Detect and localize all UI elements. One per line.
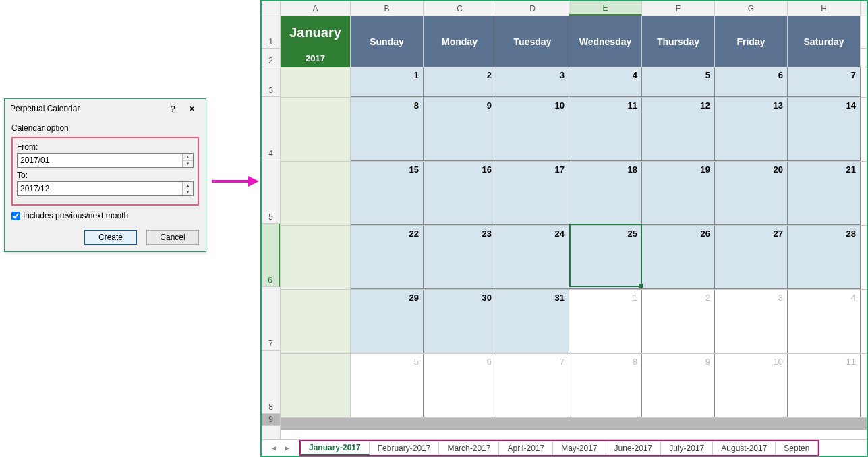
date-body[interactable] [642,239,715,289]
date-cell[interactable]: 30 [424,290,496,303]
date-body[interactable] [351,367,424,417]
date-cell[interactable]: 24 [496,226,569,239]
date-cell[interactable]: 8 [569,354,642,367]
sheet-tab[interactable]: July-2017 [661,441,713,455]
row-6[interactable]: 6 [262,224,280,287]
help-icon[interactable]: ? [164,101,181,116]
date-cell[interactable]: 23 [424,226,496,239]
col-C[interactable]: C [424,1,496,16]
tab-prev-icon[interactable]: ◄ [270,444,277,452]
date-body[interactable] [424,367,496,417]
date-cell[interactable]: 13 [715,98,788,111]
include-prev-next-checkbox[interactable] [11,212,20,220]
sheet-tab[interactable]: June-2017 [606,441,662,455]
row-9[interactable]: 9 [262,414,280,426]
to-spinner[interactable]: ▲▼ [182,182,193,195]
date-body[interactable] [424,81,496,97]
col-E[interactable]: E [569,1,642,16]
date-body[interactable] [569,367,642,417]
date-body[interactable] [496,367,569,417]
row-7[interactable]: 7 [262,287,280,351]
row-2[interactable]: 2 [262,49,280,67]
close-icon[interactable]: ✕ [183,101,200,116]
date-cell[interactable]: 4 [569,67,642,81]
date-body[interactable] [351,111,424,161]
date-body[interactable] [496,239,569,289]
date-cell[interactable]: 6 [715,67,788,81]
col-D[interactable]: D [496,1,569,16]
sheet-tab[interactable]: March-2017 [439,441,499,455]
date-cell[interactable]: 15 [351,162,424,175]
date-cell[interactable]: 1 [351,67,424,81]
date-body[interactable] [496,81,569,97]
sheet-tab[interactable]: Septen [776,441,818,455]
date-cell[interactable]: 20 [715,162,788,175]
date-body[interactable] [642,111,715,161]
date-cell[interactable]: 16 [424,162,496,175]
date-body[interactable] [642,303,715,353]
date-cell[interactable]: 28 [788,226,861,239]
date-body[interactable] [715,175,788,225]
date-cell[interactable]: 21 [788,162,861,175]
date-cell[interactable]: 8 [351,98,424,111]
col-B[interactable]: B [351,1,424,16]
date-body[interactable] [424,303,496,353]
date-body[interactable] [788,111,861,161]
date-body[interactable] [642,175,715,225]
date-body[interactable] [569,239,642,289]
date-body[interactable] [788,81,861,97]
cell-grid[interactable]: January Sunday Monday Tuesday Wednesday … [281,16,867,439]
row-4[interactable]: 4 [262,97,280,160]
date-cell[interactable]: 10 [496,98,569,111]
sheet-tab[interactable]: April-2017 [499,441,553,455]
date-body[interactable] [715,239,788,289]
date-body[interactable] [569,81,642,97]
from-field[interactable] [18,154,182,167]
date-cell[interactable]: 12 [642,98,715,111]
date-body[interactable] [788,239,861,289]
create-button[interactable]: Create [84,230,137,245]
sheet-tab[interactable]: August-2017 [713,441,776,455]
date-body[interactable] [642,81,715,97]
date-cell[interactable]: 1 [569,290,642,303]
row-8[interactable]: 8 [262,351,280,414]
date-cell[interactable]: 31 [496,290,569,303]
date-body[interactable] [788,303,861,353]
date-body[interactable] [715,81,788,97]
from-spinner[interactable]: ▲▼ [182,154,193,167]
date-cell[interactable]: 26 [642,226,715,239]
date-body[interactable] [496,175,569,225]
to-field[interactable] [18,182,182,195]
sheet-tab[interactable]: February-2017 [370,441,440,455]
date-body[interactable] [351,175,424,225]
date-body[interactable] [424,111,496,161]
row-1[interactable]: 1 [262,16,280,49]
date-cell[interactable]: 7 [788,67,861,81]
col-H[interactable]: H [788,1,861,16]
date-cell[interactable]: 10 [715,354,788,367]
date-cell[interactable]: 2 [642,290,715,303]
date-cell[interactable]: 5 [351,354,424,367]
date-body[interactable] [424,239,496,289]
date-cell[interactable]: 11 [569,98,642,111]
date-body[interactable] [496,303,569,353]
date-body[interactable] [715,111,788,161]
date-body[interactable] [351,239,424,289]
date-cell[interactable]: 9 [642,354,715,367]
row-3[interactable]: 3 [262,67,280,97]
col-F[interactable]: F [642,1,715,16]
date-body[interactable] [569,303,642,353]
date-body[interactable] [424,175,496,225]
date-cell[interactable]: 27 [715,226,788,239]
date-cell[interactable]: 22 [351,226,424,239]
date-cell[interactable]: 25 [569,226,642,239]
tab-nav[interactable]: ◄ ► [262,440,299,456]
date-body[interactable] [351,81,424,97]
date-cell[interactable]: 3 [496,67,569,81]
select-all-corner[interactable] [262,1,281,16]
cancel-button[interactable]: Cancel [146,230,199,245]
date-body[interactable] [788,175,861,225]
date-cell[interactable]: 9 [424,98,496,111]
col-A[interactable]: A [281,1,351,16]
date-cell[interactable]: 5 [642,67,715,81]
